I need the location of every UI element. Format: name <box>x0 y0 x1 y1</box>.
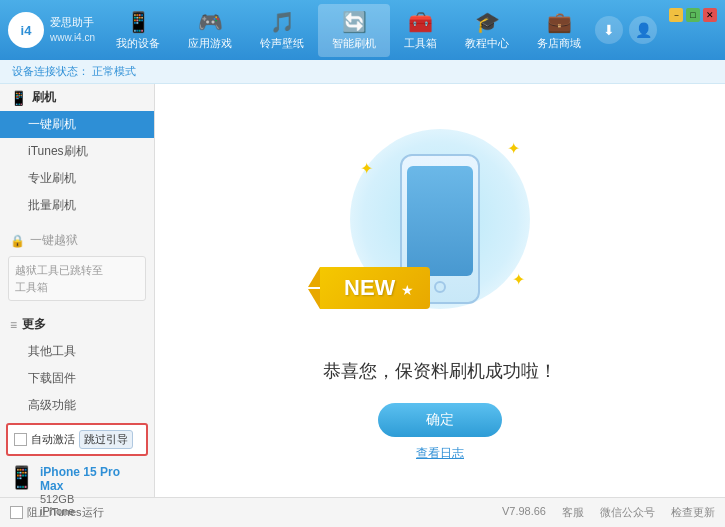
version-text: V7.98.66 <box>502 505 546 520</box>
nav-apps-icon: 🎮 <box>198 10 223 34</box>
win-controls: － □ ✕ <box>669 8 717 22</box>
phone-home-btn <box>434 281 446 293</box>
logo-text: 爱思助手 www.i4.cn <box>50 15 95 44</box>
more-icon: ≡ <box>10 318 17 332</box>
sparkle3-icon: ✦ <box>512 270 525 289</box>
breadcrumb-status: 正常模式 <box>92 65 136 77</box>
nav-ringtones-label: 铃声壁纸 <box>260 36 304 51</box>
auto-activate-row: 自动激活 跳过引导 <box>6 423 148 456</box>
win-maximize-btn[interactable]: □ <box>686 8 700 22</box>
auto-activate-checkbox[interactable] <box>14 433 27 446</box>
sidebar-item-download-firmware[interactable]: 下载固件 <box>0 365 154 392</box>
phone-screen <box>407 166 473 276</box>
nav-tutorials-icon: 🎓 <box>475 10 500 34</box>
main-content: ✦ ✦ ✦ NEW ★ 恭喜您，保资料刷机成功啦！ 确定 查看日志 <box>155 84 725 497</box>
sidebar-item-other-tools[interactable]: 其他工具 <box>0 338 154 365</box>
header-right: ⬇ 👤 <box>595 16 657 44</box>
itunes-checkbox[interactable] <box>10 506 23 519</box>
success-message: 恭喜您，保资料刷机成功啦！ <box>323 359 557 383</box>
nav-my-device[interactable]: 📱 我的设备 <box>102 4 174 57</box>
wechat-link[interactable]: 微信公众号 <box>600 505 655 520</box>
ribbon-body: NEW ★ <box>320 267 430 309</box>
nav-apps-games[interactable]: 🎮 应用游戏 <box>174 4 246 57</box>
flash-section-label: 刷机 <box>32 89 56 106</box>
sidebar-item-one-click-flash[interactable]: 一键刷机 <box>0 111 154 138</box>
confirm-button[interactable]: 确定 <box>378 403 502 437</box>
nav-tutorials-label: 教程中心 <box>465 36 509 51</box>
win-close-btn[interactable]: ✕ <box>703 8 717 22</box>
nav-flash-icon: 🔄 <box>342 10 367 34</box>
nav-apps-label: 应用游戏 <box>188 36 232 51</box>
nav-ringtones[interactable]: 🎵 铃声壁纸 <box>246 4 318 57</box>
customer-service-link[interactable]: 客服 <box>562 505 584 520</box>
ribbon-text: NEW <box>344 275 395 300</box>
check-update-link[interactable]: 检查更新 <box>671 505 715 520</box>
header: i4 爱思助手 www.i4.cn 📱 我的设备 🎮 应用游戏 🎵 铃声壁纸 🔄… <box>0 0 725 60</box>
breadcrumb-prefix: 设备连接状态： <box>12 65 89 77</box>
log-link[interactable]: 查看日志 <box>416 445 464 462</box>
itunes-label: 阻止iTunes运行 <box>27 505 104 520</box>
sidebar-item-advanced[interactable]: 高级功能 <box>0 392 154 419</box>
sidebar-disabled-notice: 越狱工具已跳转至工具箱 <box>8 256 146 301</box>
nav-toolbox[interactable]: 🧰 工具箱 <box>390 4 451 57</box>
device-name: iPhone 15 Pro Max <box>40 465 146 493</box>
sidebar-item-itunes-flash[interactable]: iTunes刷机 <box>0 138 154 165</box>
sidebar-section-jailbreak: 🔒 一键越狱 <box>0 227 154 254</box>
device-phone-icon: 📱 <box>8 465 35 491</box>
nav-device-label: 我的设备 <box>116 36 160 51</box>
logo-area: i4 爱思助手 www.i4.cn <box>8 12 102 48</box>
sidebar-item-batch-flash[interactable]: 批量刷机 <box>0 192 154 219</box>
user-btn[interactable]: 👤 <box>629 16 657 44</box>
device-storage: 512GB <box>40 493 146 505</box>
bottom-right: V7.98.66 客服 微信公众号 检查更新 <box>502 505 715 520</box>
phone-illustration: ✦ ✦ ✦ NEW ★ <box>340 119 540 339</box>
sidebar-section-flash: 📱 刷机 <box>0 84 154 111</box>
sparkle1-icon: ✦ <box>507 139 520 158</box>
logo-circle: i4 <box>8 12 44 48</box>
new-ribbon: NEW ★ <box>320 267 430 309</box>
sparkle2-icon: ✦ <box>360 159 373 178</box>
nav-service-label: 务店商域 <box>537 36 581 51</box>
nav-device-icon: 📱 <box>126 10 151 34</box>
win-minimize-btn[interactable]: － <box>669 8 683 22</box>
sidebar: 📱 刷机 一键刷机 iTunes刷机 专业刷机 批量刷机 🔒 一键越狱 越狱工具… <box>0 84 155 497</box>
logo-abbr: i4 <box>21 23 32 38</box>
auto-activate-label: 自动激活 <box>31 432 75 447</box>
nav-service-icon: 💼 <box>547 10 572 34</box>
nav-smart-flash[interactable]: 🔄 智能刷机 <box>318 4 390 57</box>
bottom-left: 阻止iTunes运行 <box>10 505 104 520</box>
breadcrumb: 设备连接状态： 正常模式 <box>0 60 725 84</box>
lock-icon: 🔒 <box>10 234 25 248</box>
nav-bar: 📱 我的设备 🎮 应用游戏 🎵 铃声壁纸 🔄 智能刷机 🧰 工具箱 🎓 教程中心… <box>102 4 595 57</box>
nav-ringtones-icon: 🎵 <box>270 10 295 34</box>
nav-tutorials[interactable]: 🎓 教程中心 <box>451 4 523 57</box>
nav-toolbox-label: 工具箱 <box>404 36 437 51</box>
ribbon-star: ★ <box>401 282 414 298</box>
flash-section-icon: 📱 <box>10 90 27 106</box>
nav-toolbox-icon: 🧰 <box>408 10 433 34</box>
nav-service[interactable]: 💼 务店商域 <box>523 4 595 57</box>
main-layout: 📱 刷机 一键刷机 iTunes刷机 专业刷机 批量刷机 🔒 一键越狱 越狱工具… <box>0 84 725 497</box>
download-btn[interactable]: ⬇ <box>595 16 623 44</box>
nav-flash-label: 智能刷机 <box>332 36 376 51</box>
sidebar-section-more: ≡ 更多 <box>0 311 154 338</box>
sidebar-item-pro-flash[interactable]: 专业刷机 <box>0 165 154 192</box>
guided-setup-btn[interactable]: 跳过引导 <box>79 430 133 449</box>
